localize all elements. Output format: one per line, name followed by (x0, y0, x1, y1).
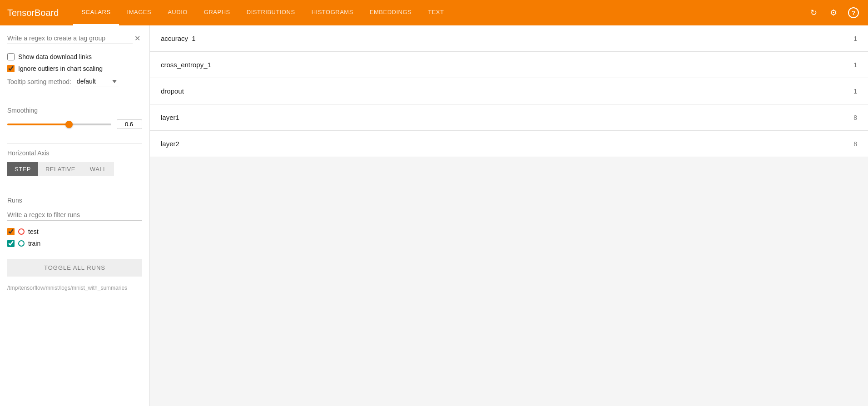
ignore-outliers-row: Ignore outliers in chart scaling (7, 65, 142, 72)
sidebar-divider-3 (7, 191, 142, 191)
tag-count-layer2: 8 (853, 140, 857, 148)
logdir-path: /tmp/tensorflow/mnist/logs/mnist_with_su… (7, 284, 142, 292)
tag-regex-row: ✕ (7, 33, 142, 44)
runs-section: Runs test train (7, 197, 142, 252)
tag-name-layer2: layer2 (161, 140, 853, 148)
axis-section: Horizontal Axis STEP RELATIVE WALL (7, 149, 142, 176)
close-icon: ✕ (134, 35, 140, 42)
run-checkbox-train[interactable] (7, 240, 15, 247)
app-layout: ✕ Show data download links Ignore outlie… (0, 25, 868, 406)
sidebar-divider-2 (7, 144, 142, 144)
smoothing-controls (7, 119, 142, 129)
tag-name-accuracy_1: accuracy_1 (161, 35, 853, 42)
tooltip-sorting-select[interactable]: default descending ascending nearest (75, 77, 119, 86)
tooltip-sorting-label: Tooltip sorting method: (7, 78, 71, 85)
nav-link-histograms[interactable]: HISTOGRAMS (303, 0, 362, 25)
axis-buttons: STEP RELATIVE WALL (7, 162, 142, 176)
help-icon: ? (848, 7, 859, 18)
run-item-test: test (7, 228, 142, 235)
tag-count-layer1: 8 (853, 114, 857, 121)
nav-link-images[interactable]: IMAGES (119, 0, 160, 25)
tag-regex-input[interactable] (7, 33, 133, 44)
tag-count-accuracy_1: 1 (853, 35, 857, 42)
smoothing-section: Smoothing (7, 107, 142, 129)
tag-name-layer1: layer1 (161, 114, 853, 121)
run-label-train[interactable]: train (28, 240, 40, 247)
filter-runs-input[interactable] (7, 209, 142, 221)
run-color-train (18, 240, 25, 247)
nav-link-distributions[interactable]: DISTRIBUTIONS (238, 0, 303, 25)
tag-row-cross_entropy_1[interactable]: cross_entropy_11 (150, 52, 868, 78)
settings-button[interactable]: ⚙ (826, 5, 841, 20)
run-label-test[interactable]: test (28, 228, 39, 235)
smoothing-value-input[interactable] (117, 119, 142, 129)
topnav-actions: ↻ ⚙ ? (806, 5, 861, 20)
nav-link-graphs[interactable]: GRAPHS (196, 0, 238, 25)
ignore-outliers-checkbox[interactable] (7, 65, 15, 72)
nav-link-scalars[interactable]: SCALARS (73, 0, 119, 25)
show-download-row: Show data download links (7, 53, 142, 60)
nav-link-audio[interactable]: AUDIO (159, 0, 196, 25)
show-download-checkbox[interactable] (7, 53, 15, 60)
ignore-outliers-label[interactable]: Ignore outliers in chart scaling (18, 65, 103, 72)
run-item-train: train (7, 240, 142, 247)
run-color-test (18, 228, 25, 235)
tag-count-dropout: 1 (853, 88, 857, 95)
show-download-label[interactable]: Show data download links (18, 53, 92, 60)
refresh-icon: ↻ (810, 8, 817, 18)
nav-links: SCALARSIMAGESAUDIOGRAPHSDISTRIBUTIONSHIS… (73, 0, 806, 25)
main-content: accuracy_11cross_entropy_11dropout1layer… (150, 25, 868, 406)
brand-logo: TensorBoard (7, 8, 59, 18)
clear-tag-regex-button[interactable]: ✕ (133, 33, 142, 44)
topnav: TensorBoard SCALARSIMAGESAUDIOGRAPHSDIST… (0, 0, 868, 25)
tag-name-dropout: dropout (161, 87, 853, 95)
tag-name-cross_entropy_1: cross_entropy_1 (161, 61, 853, 69)
refresh-button[interactable]: ↻ (806, 5, 821, 20)
tag-row-layer2[interactable]: layer28 (150, 131, 868, 157)
tooltip-row: Tooltip sorting method: default descendi… (7, 77, 142, 86)
axis-label: Horizontal Axis (7, 149, 142, 157)
tag-row-layer1[interactable]: layer18 (150, 104, 868, 131)
tag-count-cross_entropy_1: 1 (853, 61, 857, 69)
toggle-all-runs-button[interactable]: TOGGLE ALL RUNS (7, 259, 142, 277)
axis-step-button[interactable]: STEP (7, 162, 38, 176)
axis-relative-button[interactable]: RELATIVE (38, 162, 83, 176)
run-checkbox-test[interactable] (7, 228, 15, 235)
sidebar: ✕ Show data download links Ignore outlie… (0, 25, 150, 406)
tag-row-accuracy_1[interactable]: accuracy_11 (150, 25, 868, 52)
gear-icon: ⚙ (830, 8, 837, 18)
nav-link-text[interactable]: TEXT (420, 0, 452, 25)
smoothing-label: Smoothing (7, 107, 142, 114)
runs-label: Runs (7, 197, 142, 204)
smoothing-slider[interactable] (7, 124, 111, 125)
nav-link-embeddings[interactable]: EMBEDDINGS (362, 0, 420, 25)
sidebar-divider-1 (7, 101, 142, 101)
axis-wall-button[interactable]: WALL (83, 162, 114, 176)
help-button[interactable]: ? (846, 5, 861, 20)
tag-row-dropout[interactable]: dropout1 (150, 78, 868, 104)
